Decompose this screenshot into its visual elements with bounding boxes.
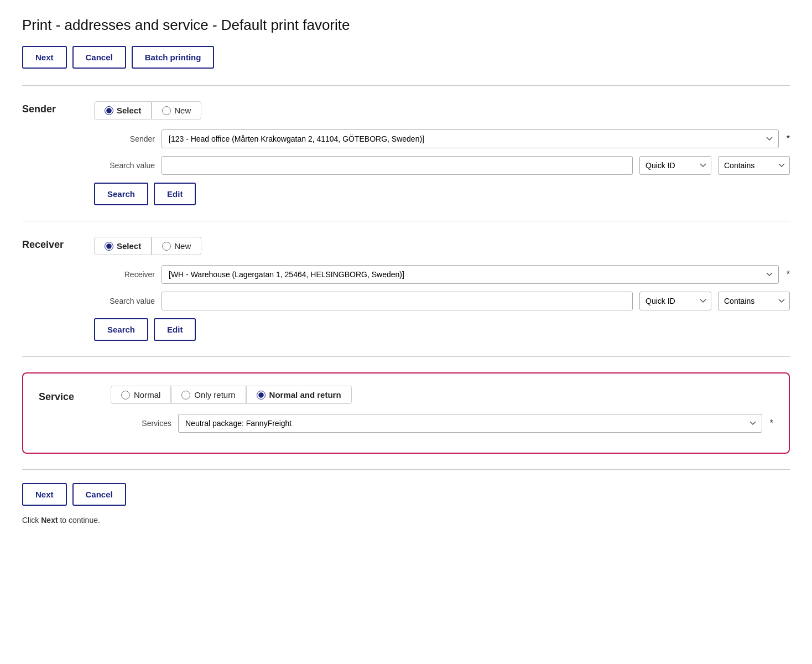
services-select-wrapper: Neutral package: FannyFreight Standard p…	[178, 414, 762, 433]
sender-radio-select-input[interactable]	[105, 106, 113, 115]
bottom-toolbar: Next Cancel	[22, 469, 790, 506]
sender-select[interactable]: [123 - Head office (Mårten Krakowgatan 2…	[162, 129, 779, 148]
sender-radio-new[interactable]: New	[152, 101, 201, 120]
receiver-search-row: Search value Quick ID Name Address Conta…	[94, 292, 790, 310]
top-toolbar: Next Cancel Batch printing	[22, 46, 790, 69]
sender-search-button[interactable]: Search	[94, 183, 148, 205]
sender-search-row: Search value Quick ID Name Address Conta…	[94, 156, 790, 175]
receiver-search-input[interactable]	[162, 292, 633, 310]
next-button-bottom[interactable]: Next	[22, 483, 67, 506]
sender-radio-select[interactable]: Select	[94, 101, 152, 120]
receiver-radio-new-input[interactable]	[162, 242, 171, 251]
receiver-section: Receiver Select New Receiver [WH - Wareh…	[22, 221, 790, 356]
receiver-content: Select New Receiver [WH - Warehouse (Lag…	[94, 237, 790, 341]
service-box: Service Normal Only return Normal and re…	[22, 372, 790, 454]
sender-radio-new-label: New	[174, 106, 191, 115]
receiver-search-button[interactable]: Search	[94, 318, 148, 341]
services-select[interactable]: Neutral package: FannyFreight Standard p…	[178, 414, 762, 433]
sender-select-wrapper: [123 - Head office (Mårten Krakowgatan 2…	[162, 129, 779, 148]
service-radio-normal-label: Normal	[134, 390, 160, 400]
services-field-label: Services	[111, 419, 171, 428]
cancel-button-bottom[interactable]: Cancel	[72, 483, 126, 506]
hint-text: Click Next to continue.	[22, 516, 790, 525]
receiver-radio-group: Select New	[94, 237, 790, 255]
service-radio-normal-and-return-input[interactable]	[257, 391, 266, 400]
service-content: Normal Only return Normal and return Ser…	[111, 386, 773, 440]
receiver-search-label: Search value	[94, 297, 155, 305]
sender-field-row: Sender [123 - Head office (Mårten Krakow…	[94, 129, 790, 148]
service-radio-group: Normal Only return Normal and return	[111, 386, 773, 404]
receiver-btn-row: Search Edit	[94, 318, 790, 341]
receiver-field-row: Receiver [WH - Warehouse (Lagergatan 1, …	[94, 265, 790, 284]
receiver-select-wrapper: [WH - Warehouse (Lagergatan 1, 25464, HE…	[162, 265, 779, 284]
receiver-radio-select-label: Select	[117, 241, 141, 251]
receiver-radio-new[interactable]: New	[152, 237, 201, 255]
receiver-edit-button[interactable]: Edit	[154, 318, 196, 341]
sender-label: Sender	[22, 101, 77, 115]
hint-suffix: to continue.	[58, 516, 100, 525]
service-radio-only-return-label: Only return	[194, 390, 235, 400]
services-field-row: Services Neutral package: FannyFreight S…	[111, 414, 773, 433]
service-radio-normal[interactable]: Normal	[111, 386, 171, 404]
sender-edit-button[interactable]: Edit	[154, 183, 196, 205]
receiver-field-label: Receiver	[94, 270, 155, 279]
sender-search-input[interactable]	[162, 156, 633, 175]
sender-section: Sender Select New Sender [123 - Head off…	[22, 85, 790, 221]
service-radio-normal-and-return[interactable]: Normal and return	[246, 386, 352, 404]
sender-search-label: Search value	[94, 161, 155, 170]
receiver-select[interactable]: [WH - Warehouse (Lagergatan 1, 25464, HE…	[162, 265, 779, 284]
sender-btn-row: Search Edit	[94, 183, 790, 205]
sender-required-star: *	[787, 134, 790, 144]
sender-content: Select New Sender [123 - Head office (Må…	[94, 101, 790, 205]
receiver-radio-select-input[interactable]	[105, 242, 113, 251]
sender-radio-new-input[interactable]	[162, 106, 171, 115]
page-title: Print - addresses and service - Default …	[22, 17, 790, 34]
cancel-button-top[interactable]: Cancel	[72, 46, 126, 69]
service-section: Service Normal Only return Normal and re…	[22, 356, 790, 469]
receiver-contains-select[interactable]: Contains Starts with Equals	[718, 292, 790, 310]
sender-field-label: Sender	[94, 134, 155, 143]
sender-radio-select-label: Select	[117, 106, 141, 115]
hint-bold: Next	[41, 516, 58, 525]
service-radio-normal-input[interactable]	[121, 391, 130, 400]
receiver-radio-new-label: New	[174, 241, 191, 251]
sender-quick-id-select[interactable]: Quick ID Name Address	[639, 156, 711, 175]
sender-contains-select[interactable]: Contains Starts with Equals	[718, 156, 790, 175]
receiver-quick-id-select[interactable]: Quick ID Name Address	[639, 292, 711, 310]
services-required-star: *	[770, 418, 773, 428]
next-button-top[interactable]: Next	[22, 46, 67, 69]
service-radio-normal-and-return-label: Normal and return	[269, 390, 341, 400]
receiver-radio-select[interactable]: Select	[94, 237, 152, 255]
receiver-label: Receiver	[22, 237, 77, 251]
hint-prefix: Click	[22, 516, 41, 525]
service-radio-only-return[interactable]: Only return	[171, 386, 246, 404]
service-label: Service	[39, 386, 94, 403]
receiver-required-star: *	[787, 269, 790, 279]
service-radio-only-return-input[interactable]	[181, 391, 190, 400]
batch-printing-button[interactable]: Batch printing	[132, 46, 215, 69]
sender-radio-group: Select New	[94, 101, 790, 120]
